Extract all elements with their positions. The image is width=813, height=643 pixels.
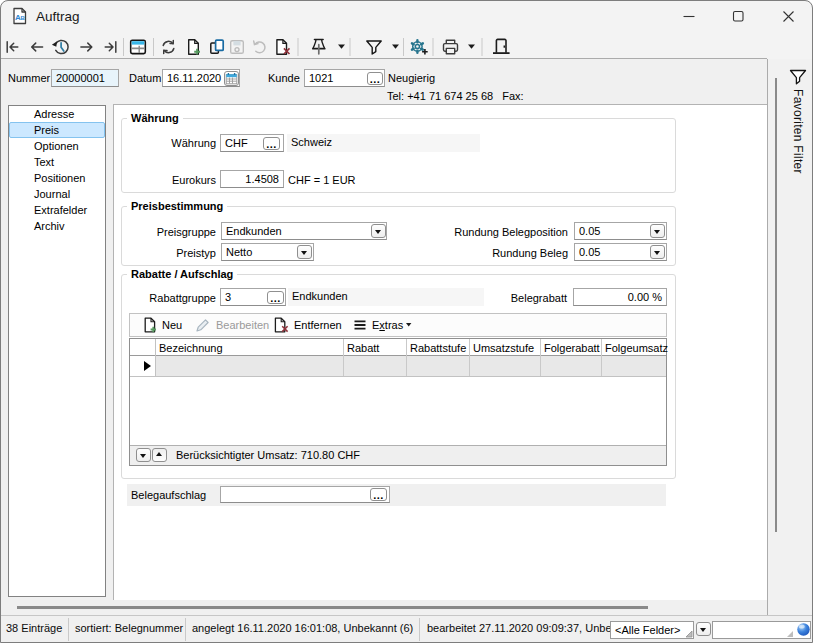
svg-text:B: B	[21, 15, 26, 21]
